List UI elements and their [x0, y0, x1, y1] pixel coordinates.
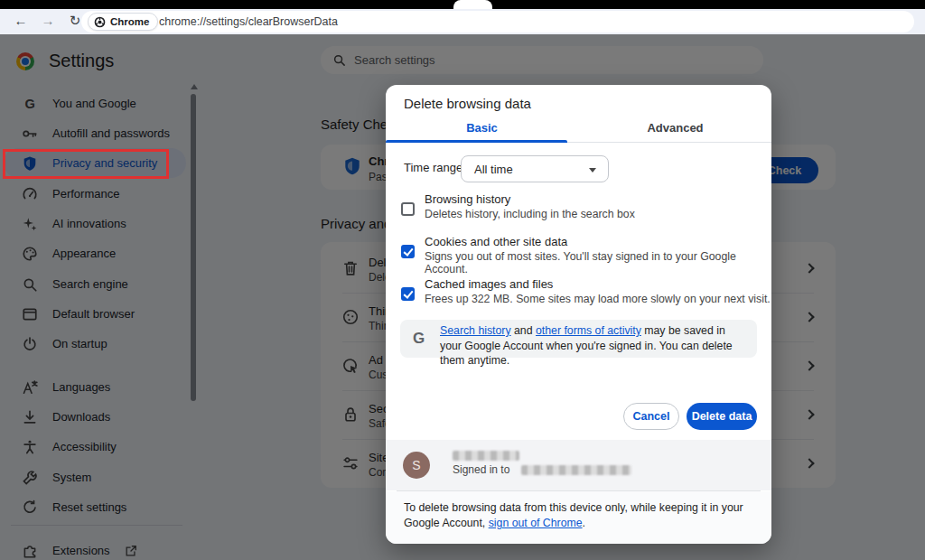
red-annotation-box — [3, 149, 169, 179]
time-range-dropdown[interactable]: All time — [461, 155, 609, 182]
chevron-down-icon — [589, 168, 596, 173]
redacted-account-name — [453, 451, 519, 461]
url-text[interactable]: chrome://settings/clearBrowserData — [159, 11, 338, 33]
chrome-mono-icon — [94, 16, 106, 28]
avatar: S — [403, 452, 430, 479]
google-account-note: G Search history and other forms of acti… — [400, 320, 757, 358]
time-range-label: Time range — [404, 161, 462, 174]
other-activity-link[interactable]: other forms of activity — [536, 324, 641, 337]
checkbox-browsing-history[interactable] — [401, 202, 415, 216]
signed-in-text: Signed in to — [453, 463, 509, 476]
browser-tab[interactable] — [453, 0, 492, 9]
sign-out-link[interactable]: sign out of Chrome — [489, 517, 583, 529]
chip-label: Chrome — [110, 16, 149, 27]
dialog-footer: To delete browsing data from this device… — [386, 491, 771, 544]
footer-text-after: . — [583, 517, 585, 529]
window-top-strip — [0, 0, 925, 9]
google-note-text: Search history and other forms of activi… — [440, 323, 745, 369]
redacted-account-email — [521, 465, 631, 475]
browser-toolbar: ← → ↻ Chrome chrome://settings/clearBrow… — [0, 9, 925, 34]
delete-browsing-data-dialog: Delete browsing data Basic Advanced Time… — [386, 85, 771, 544]
checkbox-cookies[interactable] — [401, 245, 415, 258]
note-text-mid: and — [511, 324, 536, 337]
forward-icon[interactable]: → — [38, 11, 58, 31]
checkbox-label: Cached images and files — [425, 277, 553, 291]
signed-in-strip: S Signed in to — [386, 440, 771, 490]
checkbox-label: Cookies and other site data — [425, 235, 567, 248]
footer-text: To delete browsing data from this device… — [404, 500, 749, 531]
address-bar[interactable]: Chrome chrome://settings/clearBrowserDat… — [81, 11, 914, 33]
dialog-title: Delete browsing data — [404, 96, 531, 111]
back-icon[interactable]: ← — [11, 11, 31, 31]
checkbox-description: Deletes history, including in the search… — [425, 208, 635, 220]
tab-advanced[interactable]: Advanced — [579, 121, 771, 143]
chrome-url-chip: Chrome — [88, 13, 158, 31]
time-range-value: All time — [474, 163, 513, 176]
checkbox-description: Signs you out of most sites. You'll stay… — [425, 250, 771, 275]
delete-data-button[interactable]: Delete data — [687, 403, 757, 430]
google-g-icon: G — [413, 330, 425, 348]
checkbox-label: Browsing history — [425, 192, 510, 206]
cancel-button[interactable]: Cancel — [623, 403, 679, 430]
checkbox-description: Frees up 322 MB. Some sites may load mor… — [425, 293, 771, 305]
search-history-link[interactable]: Search history — [440, 324, 511, 337]
checkbox-cached-images[interactable] — [401, 287, 415, 301]
tab-active-underline — [386, 140, 567, 143]
